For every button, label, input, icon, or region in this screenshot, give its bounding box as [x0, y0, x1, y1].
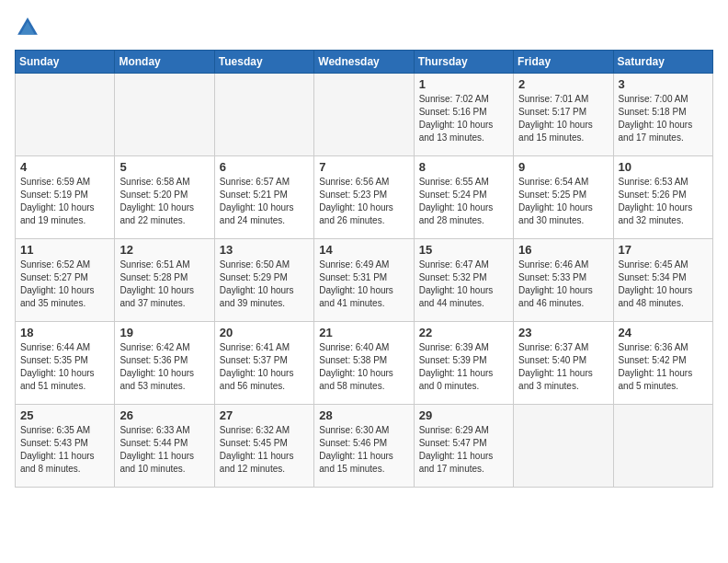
day-number: 25 — [20, 408, 109, 422]
day-info: Sunrise: 6:54 AM — [518, 176, 608, 189]
day-number: 10 — [619, 160, 708, 174]
day-info: Sunrise: 6:51 AM — [119, 259, 209, 271]
day-info: Sunset: 5:27 PM — [20, 271, 109, 284]
day-number: 14 — [319, 243, 408, 257]
calendar-cell: 11Sunrise: 6:52 AMSunset: 5:27 PMDayligh… — [16, 239, 115, 322]
day-info: and 10 minutes. — [119, 463, 209, 476]
day-info: Sunset: 5:35 PM — [20, 354, 109, 367]
day-info: Sunset: 5:18 PM — [619, 106, 708, 119]
day-info: and 22 minutes. — [119, 214, 209, 227]
day-number: 13 — [220, 243, 309, 257]
calendar-cell: 21Sunrise: 6:40 AMSunset: 5:38 PMDayligh… — [314, 322, 414, 405]
day-info: Sunset: 5:40 PM — [518, 354, 608, 367]
weekday-header-cell: Tuesday — [214, 51, 313, 74]
day-number: 27 — [220, 408, 309, 422]
day-info: and 5 minutes. — [619, 380, 708, 393]
calendar-cell: 29Sunrise: 6:29 AMSunset: 5:47 PMDayligh… — [414, 405, 513, 488]
day-info: Daylight: 11 hours — [518, 367, 608, 380]
day-info: Daylight: 10 hours — [518, 284, 608, 297]
day-info: Sunset: 5:34 PM — [619, 271, 708, 284]
day-info: Daylight: 11 hours — [220, 450, 309, 463]
day-info: and 58 minutes. — [319, 380, 408, 393]
day-info: Sunset: 5:19 PM — [20, 189, 109, 201]
day-info: Sunrise: 6:39 AM — [419, 341, 508, 354]
day-info: Sunrise: 6:50 AM — [220, 259, 309, 271]
calendar-cell: 1Sunrise: 7:02 AMSunset: 5:16 PMDaylight… — [414, 74, 513, 156]
day-info: Sunrise: 6:35 AM — [20, 424, 109, 437]
day-info: Daylight: 10 hours — [319, 367, 408, 380]
day-number: 17 — [619, 243, 708, 257]
day-info: Daylight: 11 hours — [119, 450, 209, 463]
day-info: and 28 minutes. — [419, 214, 508, 227]
day-info: Daylight: 11 hours — [419, 450, 508, 463]
day-info: Sunrise: 6:47 AM — [419, 259, 508, 271]
day-info: Sunset: 5:31 PM — [319, 271, 408, 284]
day-info: Daylight: 10 hours — [220, 284, 309, 297]
day-info: and 39 minutes. — [220, 297, 309, 310]
day-info: Sunrise: 6:40 AM — [319, 341, 408, 354]
day-info: Daylight: 10 hours — [20, 201, 109, 214]
day-info: Sunset: 5:46 PM — [319, 437, 408, 450]
day-number: 26 — [119, 408, 209, 422]
day-info: Sunrise: 6:55 AM — [419, 176, 508, 189]
day-number: 4 — [20, 160, 109, 174]
day-info: and 30 minutes. — [518, 214, 608, 227]
calendar-cell: 26Sunrise: 6:33 AMSunset: 5:44 PMDayligh… — [115, 405, 214, 488]
calendar-cell: 8Sunrise: 6:55 AMSunset: 5:24 PMDaylight… — [414, 156, 513, 239]
day-info: and 17 minutes. — [419, 463, 508, 476]
day-info: and 51 minutes. — [20, 380, 109, 393]
day-info: Sunset: 5:33 PM — [518, 271, 608, 284]
day-info: Sunrise: 6:49 AM — [319, 259, 408, 271]
day-info: and 56 minutes. — [220, 380, 309, 393]
day-info: Sunset: 5:45 PM — [220, 437, 309, 450]
day-info: and 53 minutes. — [119, 380, 209, 393]
day-info: Sunrise: 6:42 AM — [119, 341, 209, 354]
day-info: Sunset: 5:42 PM — [619, 354, 708, 367]
day-number: 2 — [518, 77, 608, 91]
day-info: and 41 minutes. — [319, 297, 408, 310]
weekday-header-cell: Sunday — [16, 51, 115, 74]
calendar-cell — [16, 74, 115, 156]
weekday-header-cell: Thursday — [414, 51, 513, 74]
day-info: Sunset: 5:26 PM — [619, 189, 708, 201]
day-info: Sunrise: 7:01 AM — [518, 93, 608, 106]
day-info: and 26 minutes. — [319, 214, 408, 227]
day-info: Daylight: 10 hours — [220, 201, 309, 214]
day-info: Daylight: 10 hours — [419, 201, 508, 214]
day-info: Sunset: 5:32 PM — [419, 271, 508, 284]
calendar-cell: 16Sunrise: 6:46 AMSunset: 5:33 PMDayligh… — [514, 239, 613, 322]
calendar-cell: 23Sunrise: 6:37 AMSunset: 5:40 PMDayligh… — [514, 322, 613, 405]
page-header — [15, 15, 713, 40]
day-info: Sunrise: 6:30 AM — [319, 424, 408, 437]
calendar-week-row: 18Sunrise: 6:44 AMSunset: 5:35 PMDayligh… — [16, 322, 713, 405]
weekday-header-cell: Monday — [115, 51, 214, 74]
calendar-cell: 10Sunrise: 6:53 AMSunset: 5:26 PMDayligh… — [613, 156, 712, 239]
day-info: Sunset: 5:39 PM — [419, 354, 508, 367]
day-info: Sunset: 5:47 PM — [419, 437, 508, 450]
day-info: Daylight: 10 hours — [20, 367, 109, 380]
day-number: 21 — [319, 326, 408, 339]
day-number: 6 — [220, 160, 309, 174]
day-info: Sunset: 5:20 PM — [119, 189, 209, 201]
day-number: 8 — [419, 160, 508, 174]
day-info: and 12 minutes. — [220, 463, 309, 476]
day-info: and 0 minutes. — [419, 380, 508, 393]
day-info: and 19 minutes. — [20, 214, 109, 227]
weekday-header-cell: Friday — [514, 51, 613, 74]
calendar-cell: 4Sunrise: 6:59 AMSunset: 5:19 PMDaylight… — [16, 156, 115, 239]
day-number: 24 — [619, 326, 708, 339]
day-info: Sunset: 5:24 PM — [419, 189, 508, 201]
day-info: Sunrise: 6:44 AM — [20, 341, 109, 354]
day-number: 9 — [518, 160, 608, 174]
day-info: Sunset: 5:43 PM — [20, 437, 109, 450]
day-info: Sunrise: 6:45 AM — [619, 259, 708, 271]
calendar-cell: 15Sunrise: 6:47 AMSunset: 5:32 PMDayligh… — [414, 239, 513, 322]
calendar-cell — [613, 405, 712, 488]
day-info: Daylight: 11 hours — [20, 450, 109, 463]
day-number: 3 — [619, 77, 708, 91]
day-info: and 13 minutes. — [419, 132, 508, 144]
day-info: Sunrise: 6:59 AM — [20, 176, 109, 189]
day-info: Sunrise: 6:57 AM — [220, 176, 309, 189]
calendar-cell: 14Sunrise: 6:49 AMSunset: 5:31 PMDayligh… — [314, 239, 414, 322]
calendar-week-row: 11Sunrise: 6:52 AMSunset: 5:27 PMDayligh… — [16, 239, 713, 322]
